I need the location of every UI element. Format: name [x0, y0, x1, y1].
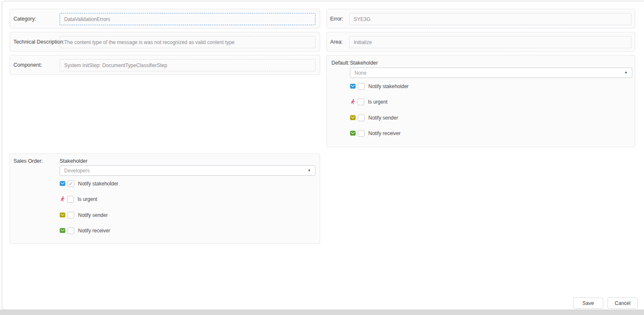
chevron-down-icon: ▼: [308, 169, 311, 172]
area-input[interactable]: Initialize: [349, 36, 631, 48]
sales-order-notify-sender-label: Notify sender: [76, 212, 108, 218]
error-input[interactable]: SYE3G: [349, 13, 631, 25]
technical-description-label: Technical Description:: [13, 32, 65, 51]
chevron-down-icon: ▼: [624, 71, 628, 75]
sales-order-notify-receiver-checkbox[interactable]: ✓: [68, 227, 74, 234]
sales-order-notify-receiver-label: Notify receiver: [76, 228, 110, 234]
mail-green-icon: [60, 228, 65, 233]
default-notify-receiver-label: Notify receiver: [367, 130, 401, 136]
area-field-row: Area: Initialize: [326, 32, 635, 52]
category-label: Category:: [13, 9, 36, 28]
default-stakeholder-title: Stakeholder: [350, 60, 378, 66]
sales-order-is-urgent-checkbox[interactable]: ✓: [67, 196, 74, 203]
component-field-row: Component: System InitStep: DocumentType…: [10, 55, 320, 75]
sales-order-stakeholder-dropdown-value: Developers: [64, 168, 308, 174]
component-label: Component:: [13, 55, 42, 74]
mail-yellow-icon: [350, 115, 356, 120]
cancel-button[interactable]: Cancel: [607, 297, 638, 309]
default-notify-sender-label: Notify sender: [367, 115, 398, 121]
category-field-row: Category: DataValidationErrors: [10, 9, 320, 29]
default-notify-sender-checkbox[interactable]: ✓: [358, 115, 365, 121]
default-notify-stakeholder-label: Notify stakeholder: [367, 83, 409, 89]
window-bottom-strip: [0, 310, 644, 315]
default-notify-stakeholder-row: ✓ Notify stakeholder: [350, 83, 409, 90]
default-notify-receiver-checkbox[interactable]: ✓: [358, 130, 365, 137]
sales-order-notify-stakeholder-label: Notify stakeholder: [76, 181, 118, 187]
default-is-urgent-row: ✓ Is urgent: [350, 98, 388, 105]
default-notify-receiver-row: ✓ Notify receiver: [350, 130, 401, 137]
mail-yellow-icon: [60, 212, 65, 218]
error-field-row: Error: SYE3G: [326, 9, 635, 29]
checkmark-icon: ✓: [69, 181, 73, 186]
default-is-urgent-label: Is urgent: [366, 99, 388, 105]
sales-order-notify-sender-checkbox[interactable]: ✓: [68, 212, 74, 219]
mail-blue-icon: [60, 181, 65, 186]
component-input[interactable]: System InitStep: DocumentTypeClassifierS…: [60, 59, 315, 71]
default-notify-stakeholder-checkbox[interactable]: ✓: [358, 83, 365, 90]
default-stakeholder-dropdown-value: None: [355, 70, 624, 76]
default-stakeholder-section: Default: Stakeholder None ▼ ✓ Notify sta…: [326, 55, 635, 147]
sales-order-is-urgent-row: ✓ Is urgent: [60, 195, 97, 203]
category-input[interactable]: DataValidationErrors: [60, 13, 315, 25]
sales-order-notify-receiver-row: ✓ Notify receiver: [60, 227, 110, 234]
main-panel: Category: DataValidationErrors Technical…: [2, 1, 644, 310]
sales-order-is-urgent-label: Is urgent: [76, 196, 97, 202]
save-button[interactable]: Save: [573, 297, 603, 309]
default-notify-sender-row: ✓ Notify sender: [350, 114, 398, 121]
sales-order-label: Sales Order:: [13, 158, 43, 164]
sales-order-notify-stakeholder-row: ✓ Notify stakeholder: [60, 180, 118, 187]
sales-order-section: Sales Order: Stakeholder Developers ▼ ✓ …: [10, 154, 320, 244]
screen: Category: DataValidationErrors Technical…: [0, 0, 644, 315]
default-label: Default:: [331, 60, 349, 66]
runner-icon: [350, 99, 355, 105]
default-is-urgent-checkbox[interactable]: ✓: [357, 99, 364, 105]
area-label: Area:: [330, 32, 343, 51]
technical-description-input[interactable]: The content type of the message is was n…: [60, 36, 315, 48]
mail-green-icon: [350, 130, 356, 136]
mail-blue-icon: [350, 83, 356, 89]
default-stakeholder-dropdown[interactable]: None ▼: [350, 68, 632, 78]
sales-order-notify-stakeholder-checkbox[interactable]: ✓: [68, 180, 74, 187]
sales-order-notify-sender-row: ✓ Notify sender: [60, 211, 108, 219]
technical-description-field-row: Technical Description: The content type …: [10, 32, 320, 52]
runner-icon: [60, 196, 65, 202]
sales-order-stakeholder-title: Stakeholder: [60, 158, 88, 164]
error-label: Error:: [330, 9, 343, 28]
sales-order-stakeholder-dropdown[interactable]: Developers ▼: [60, 165, 315, 176]
